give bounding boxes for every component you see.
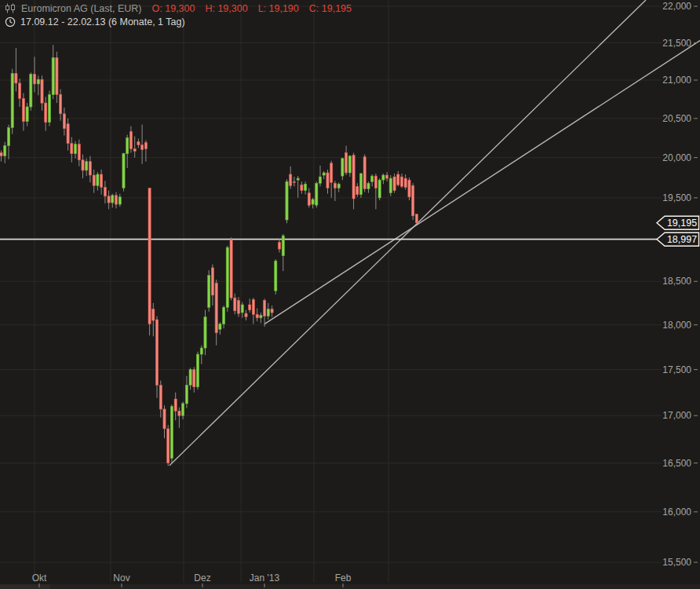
candle (78, 145, 80, 160)
candle (374, 176, 377, 188)
candle (234, 298, 236, 311)
candle (74, 145, 76, 154)
candle (93, 175, 95, 185)
candle (271, 309, 273, 313)
candle (415, 214, 417, 223)
candle (367, 183, 370, 188)
candle (86, 162, 88, 170)
candle (15, 73, 17, 83)
candle (323, 173, 325, 175)
last-price-tag-label: 19,195 (667, 218, 697, 229)
candle (301, 185, 303, 190)
y-tick-label: 16,500 (662, 458, 691, 469)
candle (341, 159, 344, 176)
candle (264, 301, 266, 316)
month-label: Dez (194, 573, 210, 584)
candle (241, 305, 243, 313)
y-tick-label: 19,500 (662, 192, 691, 203)
candle (215, 284, 217, 333)
candle (275, 261, 277, 291)
price-line-tag[interactable]: 18,997 (657, 232, 699, 246)
open-value: O: 19,300 (152, 3, 195, 14)
y-tick-label: 18,000 (662, 320, 691, 331)
candle (129, 132, 132, 149)
y-tick-label: 16,000 (662, 507, 691, 518)
candlestick-icon (5, 3, 16, 13)
candle (196, 354, 199, 387)
candle (400, 177, 403, 186)
candle (397, 174, 399, 185)
candle (378, 180, 381, 198)
candle (174, 399, 177, 411)
candle (22, 98, 24, 121)
candle (297, 178, 299, 180)
candle (226, 247, 228, 307)
candle (11, 73, 13, 127)
candle (33, 74, 35, 84)
candle (7, 128, 9, 146)
close-value: C: 19,195 (309, 3, 352, 14)
candle (352, 155, 355, 199)
candle (249, 305, 251, 310)
candle (326, 173, 329, 188)
candle (386, 175, 388, 178)
candle (141, 145, 144, 150)
candle (393, 177, 396, 191)
candle (315, 183, 318, 205)
candle (178, 411, 180, 415)
candle (404, 178, 407, 187)
candle (71, 144, 73, 154)
candle (37, 79, 39, 84)
candle (208, 276, 210, 308)
candle (334, 183, 336, 188)
candle (348, 156, 351, 173)
candle (308, 193, 310, 206)
candle (193, 370, 195, 387)
y-tick-label: 21,000 (662, 75, 691, 86)
bottom-bar (0, 584, 700, 589)
candle (126, 138, 129, 154)
candle (41, 79, 43, 103)
candle (159, 385, 162, 409)
candle (260, 315, 262, 317)
candle (230, 240, 232, 298)
candle (412, 185, 414, 215)
symbol-label: Euromicron AG (Last, EUR) (21, 3, 142, 14)
last-price-tag: 19,195 (657, 216, 699, 229)
candle (382, 175, 385, 180)
y-tick-label: 20,500 (662, 113, 691, 124)
candle (278, 243, 280, 250)
candle (304, 184, 307, 190)
candle (144, 143, 147, 149)
candle (330, 163, 333, 183)
candle (312, 199, 314, 204)
candle (100, 174, 103, 187)
candle (223, 307, 225, 324)
candle (256, 314, 258, 318)
candle (189, 370, 191, 386)
candle (252, 299, 254, 314)
candle (115, 196, 117, 204)
price-line-tag-label: 18,997 (667, 234, 697, 245)
chart-background (0, 0, 700, 589)
month-label: Jan '13 (250, 573, 280, 584)
candle (290, 174, 292, 185)
y-tick-label: 18,500 (662, 276, 691, 287)
month-label: Nov (113, 573, 129, 584)
y-tick-label: 20,000 (662, 152, 691, 163)
chart-window: 22,00021,50021,00020,50020,00019,50018,5… (0, 0, 700, 589)
symbol-row: Euromicron AG (Last, EUR) O: 19,300 H: 1… (5, 2, 352, 14)
y-tick-label: 15,500 (662, 557, 691, 568)
y-tick-label: 17,000 (662, 410, 691, 421)
candle (359, 174, 362, 195)
candle (356, 186, 359, 194)
candle (104, 187, 106, 196)
candle (200, 348, 202, 354)
candle (204, 317, 206, 349)
candle (182, 404, 184, 415)
price-chart[interactable]: 22,00021,50021,00020,50020,00019,50018,5… (0, 0, 700, 589)
candle (118, 197, 121, 204)
candle (0, 153, 2, 156)
bottom-bar-left (0, 584, 50, 589)
candle (319, 177, 321, 183)
